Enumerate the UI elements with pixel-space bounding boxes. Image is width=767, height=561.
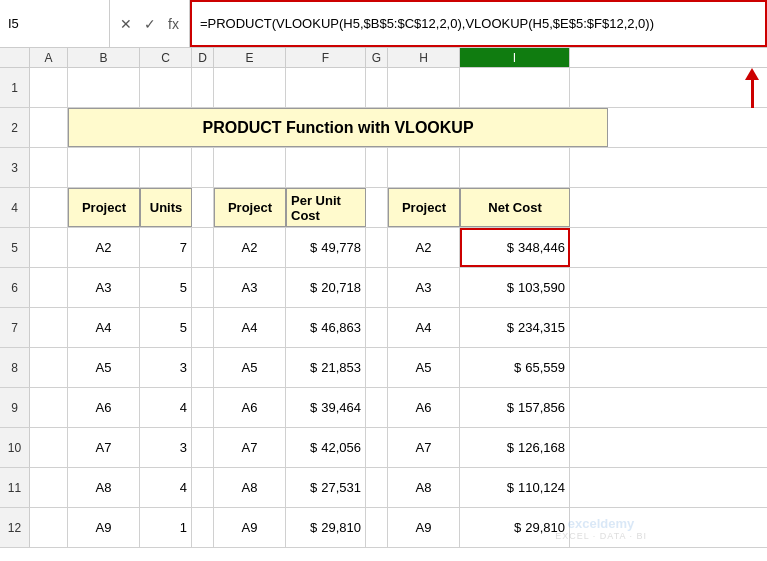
cell-a5[interactable] <box>30 228 68 267</box>
formula-input[interactable]: =PRODUCT(VLOOKUP(H5,$B$5:$C$12,2,0),VLOO… <box>190 0 767 47</box>
cell-f3[interactable] <box>286 148 366 187</box>
cell-c4-header[interactable]: Units <box>140 188 192 227</box>
cell-h6[interactable]: A3 <box>388 268 460 307</box>
cell-g9[interactable] <box>366 388 388 427</box>
cancel-icon[interactable]: ✕ <box>116 14 136 34</box>
cell-a11[interactable] <box>30 468 68 507</box>
cell-i12[interactable]: $29,810 <box>460 508 570 547</box>
cell-i8[interactable]: $65,559 <box>460 348 570 387</box>
cell-b9[interactable]: A6 <box>68 388 140 427</box>
cell-e7[interactable]: A4 <box>214 308 286 347</box>
cell-f12[interactable]: $29,810 <box>286 508 366 547</box>
cell-h11[interactable]: A8 <box>388 468 460 507</box>
cell-g1[interactable] <box>366 68 388 107</box>
cell-f1[interactable] <box>286 68 366 107</box>
cell-h12[interactable]: A9 <box>388 508 460 547</box>
cell-a6[interactable] <box>30 268 68 307</box>
cell-b8[interactable]: A5 <box>68 348 140 387</box>
cell-a3[interactable] <box>30 148 68 187</box>
cell-e5[interactable]: A2 <box>214 228 286 267</box>
cell-i10[interactable]: $126,168 <box>460 428 570 467</box>
col-header-f[interactable]: F <box>286 48 366 67</box>
cell-b11[interactable]: A8 <box>68 468 140 507</box>
cell-c7[interactable]: 5 <box>140 308 192 347</box>
cell-a2[interactable] <box>30 108 68 147</box>
cell-f10[interactable]: $42,056 <box>286 428 366 467</box>
cell-h10[interactable]: A7 <box>388 428 460 467</box>
cell-b7[interactable]: A4 <box>68 308 140 347</box>
cell-f6[interactable]: $20,718 <box>286 268 366 307</box>
col-header-g[interactable]: G <box>366 48 388 67</box>
col-header-i[interactable]: I <box>460 48 570 67</box>
cell-i6[interactable]: $103,590 <box>460 268 570 307</box>
cell-d3[interactable] <box>192 148 214 187</box>
cell-e9[interactable]: A6 <box>214 388 286 427</box>
cell-h3[interactable] <box>388 148 460 187</box>
cell-f9[interactable]: $39,464 <box>286 388 366 427</box>
cell-h8[interactable]: A5 <box>388 348 460 387</box>
cell-f4-header[interactable]: Per Unit Cost <box>286 188 366 227</box>
cell-e12[interactable]: A9 <box>214 508 286 547</box>
cell-a4[interactable] <box>30 188 68 227</box>
cell-b5[interactable]: A2 <box>68 228 140 267</box>
cell-g11[interactable] <box>366 468 388 507</box>
cell-g6[interactable] <box>366 268 388 307</box>
cell-a9[interactable] <box>30 388 68 427</box>
cell-d9[interactable] <box>192 388 214 427</box>
cell-c8[interactable]: 3 <box>140 348 192 387</box>
cell-i4-header[interactable]: Net Cost <box>460 188 570 227</box>
cell-h1[interactable] <box>388 68 460 107</box>
cell-b12[interactable]: A9 <box>68 508 140 547</box>
cell-e10[interactable]: A7 <box>214 428 286 467</box>
cell-b6[interactable]: A3 <box>68 268 140 307</box>
insert-function-icon[interactable]: fx <box>164 14 183 34</box>
cell-c11[interactable]: 4 <box>140 468 192 507</box>
col-header-h[interactable]: H <box>388 48 460 67</box>
cell-g7[interactable] <box>366 308 388 347</box>
cell-c10[interactable]: 3 <box>140 428 192 467</box>
cell-a8[interactable] <box>30 348 68 387</box>
cell-f7[interactable]: $46,863 <box>286 308 366 347</box>
cell-reference-box[interactable]: I5 <box>0 0 110 47</box>
cell-i1[interactable] <box>460 68 570 107</box>
cell-g5[interactable] <box>366 228 388 267</box>
cell-d7[interactable] <box>192 308 214 347</box>
cell-i7[interactable]: $234,315 <box>460 308 570 347</box>
col-header-b[interactable]: B <box>68 48 140 67</box>
cell-h5[interactable]: A2 <box>388 228 460 267</box>
cell-b3[interactable] <box>68 148 140 187</box>
cell-d1[interactable] <box>192 68 214 107</box>
cell-c1[interactable] <box>140 68 192 107</box>
cell-g4[interactable] <box>366 188 388 227</box>
cell-f11[interactable]: $27,531 <box>286 468 366 507</box>
cell-i9[interactable]: $157,856 <box>460 388 570 427</box>
cell-c9[interactable]: 4 <box>140 388 192 427</box>
cell-d6[interactable] <box>192 268 214 307</box>
cell-a10[interactable] <box>30 428 68 467</box>
cell-e11[interactable]: A8 <box>214 468 286 507</box>
cell-b10[interactable]: A7 <box>68 428 140 467</box>
cell-a12[interactable] <box>30 508 68 547</box>
cell-h9[interactable]: A6 <box>388 388 460 427</box>
col-header-d[interactable]: D <box>192 48 214 67</box>
cell-g3[interactable] <box>366 148 388 187</box>
cell-c3[interactable] <box>140 148 192 187</box>
cell-i11[interactable]: $110,124 <box>460 468 570 507</box>
cell-g10[interactable] <box>366 428 388 467</box>
cell-e4-header[interactable]: Project <box>214 188 286 227</box>
cell-i3[interactable] <box>460 148 570 187</box>
cell-d8[interactable] <box>192 348 214 387</box>
cell-d11[interactable] <box>192 468 214 507</box>
cell-e1[interactable] <box>214 68 286 107</box>
cell-h4-header[interactable]: Project <box>388 188 460 227</box>
cell-d10[interactable] <box>192 428 214 467</box>
cell-f5[interactable]: $49,778 <box>286 228 366 267</box>
cell-a7[interactable] <box>30 308 68 347</box>
cell-g8[interactable] <box>366 348 388 387</box>
cell-b4-header[interactable]: Project <box>68 188 140 227</box>
cell-i5[interactable]: $348,446 <box>460 228 570 267</box>
cell-c6[interactable]: 5 <box>140 268 192 307</box>
cell-g12[interactable] <box>366 508 388 547</box>
col-header-a[interactable]: A <box>30 48 68 67</box>
confirm-icon[interactable]: ✓ <box>140 14 160 34</box>
